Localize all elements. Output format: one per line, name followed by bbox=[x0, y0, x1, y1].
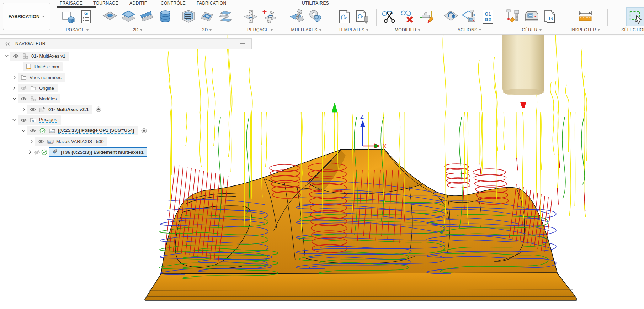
tab-additif[interactable]: ADDITIF bbox=[129, 1, 147, 6]
edit-toolpath-button[interactable] bbox=[417, 9, 435, 25]
pocket-clearing-icon bbox=[199, 9, 215, 25]
window-selection-button[interactable] bbox=[626, 7, 644, 26]
eye-off-icon[interactable] bbox=[20, 86, 27, 90]
delete-passes-button[interactable] bbox=[399, 9, 416, 25]
2d-bore-button[interactable] bbox=[157, 9, 174, 25]
radio-marker-icon[interactable] bbox=[96, 106, 101, 112]
pocket-clearing-button[interactable] bbox=[198, 9, 215, 25]
group-label-3d[interactable]: 3D bbox=[202, 27, 212, 32]
delete-passes-icon bbox=[399, 9, 416, 25]
group-label-templates[interactable]: TEMPLATES bbox=[339, 27, 368, 32]
eye-icon[interactable] bbox=[29, 107, 36, 112]
2d-bore-icon bbox=[157, 9, 174, 25]
chevron-down-icon[interactable] bbox=[20, 130, 27, 132]
tree-item-operation-t36[interactable]: [T36 (0:25:13)] Évidement multi-axes1 bbox=[0, 147, 252, 157]
tree-item-model-instance[interactable]: 01- MultiAxes v2:1 bbox=[0, 104, 252, 115]
chevron-right-icon[interactable] bbox=[28, 140, 35, 143]
drill-add-button[interactable] bbox=[261, 9, 278, 25]
mouse-cursor bbox=[636, 16, 641, 23]
post-library-button[interactable]: G bbox=[542, 9, 559, 25]
tree-item-label: Unités : mm bbox=[34, 64, 59, 69]
trim-toolpath-button[interactable] bbox=[380, 9, 398, 25]
group-label-multiaxes[interactable]: MULTI-AXES bbox=[291, 27, 321, 32]
workspace-switcher[interactable]: FABRICATION bbox=[3, 3, 50, 30]
swarf-button[interactable] bbox=[288, 9, 305, 25]
2d-face-icon bbox=[120, 9, 137, 25]
chevron-right-icon[interactable] bbox=[26, 150, 33, 154]
eye-icon[interactable] bbox=[29, 129, 36, 133]
machine-library-button[interactable] bbox=[523, 9, 540, 25]
chevron-down-icon bbox=[479, 29, 481, 31]
group-label-modifier[interactable]: MODIFIER bbox=[395, 27, 420, 32]
simulate-button[interactable] bbox=[442, 9, 459, 25]
tab-fabrication[interactable]: FABRICATION bbox=[197, 1, 227, 6]
eye-icon[interactable] bbox=[20, 96, 27, 101]
group-label-gerer[interactable]: GÉRER bbox=[522, 27, 541, 32]
component-icon bbox=[22, 53, 29, 59]
2d-adaptive-button[interactable] bbox=[101, 9, 118, 25]
nc-editor-icon: G1 G2 bbox=[480, 9, 496, 25]
svg-text:G: G bbox=[549, 15, 553, 21]
eye-off-icon[interactable] bbox=[33, 150, 41, 154]
tree-item-label: 01- MultiAxes v2:1 bbox=[48, 107, 89, 112]
tool-cylinder[interactable] bbox=[502, 34, 544, 95]
tree-item-origin[interactable]: Origine bbox=[0, 83, 252, 93]
tool-library-button[interactable] bbox=[505, 9, 522, 25]
template-icon bbox=[337, 9, 352, 25]
navigator-tree: 01- MultiAxes v1 Unités : mm Vues nommée… bbox=[0, 51, 252, 157]
tab-fraisage[interactable]: FRAISAGE bbox=[60, 1, 83, 6]
swarf-icon bbox=[289, 9, 305, 25]
eye-icon[interactable] bbox=[37, 139, 44, 144]
toolbar-separator bbox=[176, 9, 176, 26]
chevron-down-icon bbox=[366, 29, 368, 31]
2d-contour-button[interactable] bbox=[138, 9, 155, 25]
toolbar-group-multiaxes: MULTI-AXES bbox=[283, 7, 329, 33]
2d-face-button[interactable] bbox=[120, 9, 137, 25]
nc-editor-button[interactable]: G1 G2 bbox=[479, 9, 496, 25]
tab-controle[interactable]: CONTRÔLE bbox=[161, 1, 186, 6]
tree-item-machine[interactable]: Mazak VARIAXIS i-500 bbox=[0, 136, 252, 147]
setup-folder-icon bbox=[48, 128, 55, 134]
group-label-posage[interactable]: POSAGE bbox=[66, 27, 88, 32]
tab-utilitaires[interactable]: UTILITAIRES bbox=[302, 1, 329, 6]
group-label-inspecter[interactable]: INSPECTER bbox=[571, 27, 600, 32]
tree-item-setups[interactable]: Posages bbox=[0, 115, 252, 125]
chevron-right-icon[interactable] bbox=[11, 75, 18, 79]
tree-item-document[interactable]: 01- MultiAxes v1 bbox=[0, 51, 252, 61]
eye-icon[interactable] bbox=[20, 118, 27, 122]
template-export-button[interactable] bbox=[354, 9, 371, 25]
post-process-button[interactable] bbox=[461, 9, 478, 25]
group-label-selection[interactable]: SÉLECTIONN bbox=[621, 27, 644, 32]
eye-icon[interactable] bbox=[12, 54, 19, 58]
chevron-down-icon[interactable] bbox=[11, 98, 18, 100]
collapse-panel-icon[interactable] bbox=[4, 42, 11, 46]
chevron-down-icon[interactable] bbox=[11, 119, 18, 121]
measure-button[interactable] bbox=[577, 9, 594, 25]
tree-item-label: Modèles bbox=[39, 96, 57, 101]
tree-item-units[interactable]: Unités : mm bbox=[0, 61, 252, 72]
nc-program-button[interactable]: G bbox=[78, 9, 94, 25]
toolbar-separator bbox=[238, 9, 238, 26]
rotary-icon bbox=[307, 9, 324, 25]
navigator-header: NAVIGATEUR bbox=[0, 38, 252, 49]
chevron-right-icon[interactable] bbox=[11, 86, 18, 90]
tab-tournage[interactable]: TOURNAGE bbox=[93, 1, 118, 6]
tree-item-named-views[interactable]: Vues nommées bbox=[0, 72, 252, 83]
template-button[interactable] bbox=[336, 9, 353, 25]
adaptive-clearing-button[interactable] bbox=[180, 9, 197, 25]
radio-marker-icon[interactable] bbox=[141, 128, 147, 133]
drill-button[interactable] bbox=[242, 9, 259, 25]
tree-item-label: Posages bbox=[39, 117, 57, 123]
group-label-percage[interactable]: PERÇAGE bbox=[247, 27, 273, 32]
new-setup-button[interactable] bbox=[60, 9, 76, 25]
tree-item-models[interactable]: Modèles bbox=[0, 93, 252, 104]
tree-item-setup-op1[interactable]: [(0:25:13)] Posage OP1 [SCG=G54] bbox=[0, 125, 252, 136]
rotary-button[interactable] bbox=[307, 9, 324, 25]
group-label-2d[interactable]: 2D bbox=[133, 27, 143, 32]
group-label-actions[interactable]: ACTIONS bbox=[458, 27, 481, 32]
minimize-panel-icon[interactable] bbox=[240, 43, 245, 44]
chevron-right-icon[interactable] bbox=[20, 108, 27, 111]
steep-and-shallow-button[interactable] bbox=[217, 9, 234, 25]
chevron-down-icon[interactable] bbox=[3, 55, 10, 57]
post-library-icon: G bbox=[542, 9, 558, 25]
